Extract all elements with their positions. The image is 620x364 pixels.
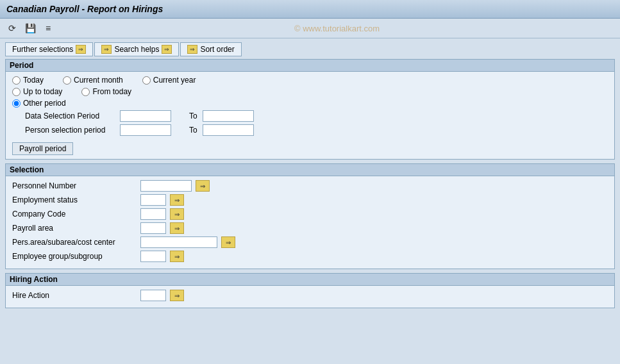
employee-group-arrow[interactable]: ⇒ [170, 251, 184, 262]
personnel-number-row: Personnel Number ⇒ [12, 180, 608, 192]
pers-area-label: Pers.area/subarea/cost center [12, 238, 140, 247]
search-helps-arrow-left: ⇒ [101, 45, 112, 54]
main-content: Period Today Current month Current year [0, 56, 620, 317]
radio-current-month[interactable]: Current month [63, 76, 123, 85]
company-code-input[interactable] [140, 208, 166, 220]
further-selections-arrow: ⇒ [76, 45, 86, 54]
pers-area-arrow[interactable]: ⇒ [221, 236, 235, 248]
radio-other-period-input[interactable] [12, 99, 21, 108]
payroll-area-label: Payroll area [12, 224, 140, 233]
person-selection-to-label: To [189, 126, 197, 135]
employee-group-input[interactable] [140, 251, 166, 262]
employee-group-row: Employee group/subgroup ⇒ [12, 251, 608, 262]
hiring-action-section: Hiring Action Hire Action ⇒ [5, 273, 615, 308]
employment-status-input[interactable] [140, 194, 166, 206]
print-icon[interactable]: ≡ [41, 21, 55, 35]
radio-today[interactable]: Today [12, 76, 44, 85]
selection-section: Selection Personnel Number ⇒ Employment … [5, 163, 615, 269]
person-selection-period-label: Person selection period [25, 126, 115, 135]
watermark-text: © www.tutorialkart.com [59, 24, 615, 33]
radio-today-input[interactable] [12, 76, 21, 85]
personnel-number-arrow[interactable]: ⇒ [196, 180, 210, 192]
radio-today-label: Today [23, 76, 44, 85]
selection-body: Personnel Number ⇒ Employment status ⇒ C… [6, 176, 614, 269]
radio-up-to-today-label: Up to today [23, 87, 62, 96]
sort-order-label: Sort order [200, 45, 234, 54]
save-icon[interactable]: 💾 [23, 21, 37, 35]
personnel-number-input[interactable] [140, 180, 192, 192]
pers-area-input[interactable] [140, 236, 217, 248]
person-selection-period-to[interactable] [203, 124, 254, 136]
company-code-label: Company Code [12, 210, 140, 219]
history-icon[interactable]: ⟳ [5, 21, 19, 35]
radio-other-period-label: Other period [23, 99, 66, 108]
period-row-2: Up to today From today [12, 87, 608, 96]
period-header: Period [6, 60, 614, 72]
pers-area-row: Pers.area/subarea/cost center ⇒ [12, 236, 608, 248]
employment-status-row: Employment status ⇒ [12, 194, 608, 206]
radio-other-period[interactable]: Other period [12, 99, 66, 108]
period-section: Period Today Current month Current year [5, 59, 615, 160]
hiring-action-body: Hire Action ⇒ [6, 286, 614, 308]
data-selection-period-from[interactable] [120, 110, 171, 122]
radio-current-year-input[interactable] [142, 76, 151, 85]
tab-further-selections[interactable]: Further selections ⇒ [5, 42, 93, 56]
hire-action-label: Hire Action [12, 291, 140, 300]
hire-action-row: Hire Action ⇒ [12, 290, 608, 301]
search-helps-arrow-right: ⇒ [162, 45, 172, 54]
title-bar: Canadian Payroll - Report on Hirings [0, 0, 620, 19]
period-body: Today Current month Current year Up to t… [6, 72, 614, 159]
page-title: Canadian Payroll - Report on Hirings [6, 4, 614, 14]
radio-current-year[interactable]: Current year [142, 76, 196, 85]
payroll-area-input[interactable] [140, 222, 166, 234]
sort-order-arrow: ⇒ [187, 45, 197, 54]
person-selection-period-row: Person selection period To [25, 124, 608, 136]
data-selection-period-row: Data Selection Period To [25, 110, 608, 122]
person-selection-period-from[interactable] [120, 124, 171, 136]
data-selection-to-label: To [189, 112, 197, 120]
payroll-area-row: Payroll area ⇒ [12, 222, 608, 234]
payroll-period-button[interactable]: Payroll period [12, 142, 73, 155]
radio-up-to-today-input[interactable] [12, 88, 21, 96]
radio-from-today-input[interactable] [81, 88, 90, 96]
personnel-number-label: Personnel Number [12, 181, 140, 190]
toolbar: ⟳ 💾 ≡ © www.tutorialkart.com [0, 19, 620, 38]
further-selections-label: Further selections [12, 45, 73, 54]
company-code-row: Company Code ⇒ [12, 208, 608, 220]
tabs-area: Further selections ⇒ ⇒ Search helps ⇒ ⇒ … [0, 38, 620, 56]
tab-search-helps[interactable]: ⇒ Search helps ⇒ [94, 42, 179, 56]
radio-from-today-label: From today [92, 87, 131, 96]
hiring-action-header: Hiring Action [6, 274, 614, 286]
hire-action-input[interactable] [140, 290, 166, 301]
employee-group-label: Employee group/subgroup [12, 252, 140, 261]
radio-from-today[interactable]: From today [81, 87, 131, 96]
hire-action-arrow[interactable]: ⇒ [170, 290, 184, 301]
period-row-1: Today Current month Current year [12, 76, 608, 85]
radio-up-to-today[interactable]: Up to today [12, 87, 62, 96]
company-code-arrow[interactable]: ⇒ [170, 208, 184, 220]
period-row-3: Other period [12, 99, 608, 108]
data-selection-period-label: Data Selection Period [25, 112, 115, 120]
selection-header: Selection [6, 164, 614, 176]
employment-status-label: Employment status [12, 195, 140, 204]
tab-sort-order[interactable]: ⇒ Sort order [180, 42, 241, 56]
data-selection-period-to[interactable] [203, 110, 254, 122]
search-helps-label: Search helps [114, 45, 159, 54]
radio-current-month-label: Current month [74, 76, 123, 85]
radio-current-year-label: Current year [153, 76, 196, 85]
radio-current-month-input[interactable] [63, 76, 71, 85]
payroll-area-arrow[interactable]: ⇒ [170, 222, 184, 234]
employment-status-arrow[interactable]: ⇒ [170, 194, 184, 206]
